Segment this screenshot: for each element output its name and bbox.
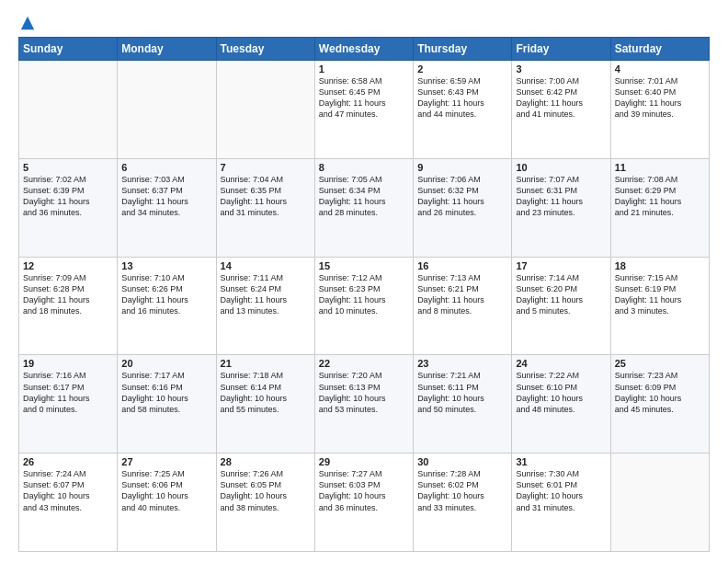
calendar-cell: 24Sunrise: 7:22 AM Sunset: 6:10 PM Dayli… <box>512 355 610 454</box>
day-number: 29 <box>319 456 409 467</box>
day-info: Sunrise: 7:20 AM Sunset: 6:13 PM Dayligh… <box>319 370 409 415</box>
calendar-cell: 17Sunrise: 7:14 AM Sunset: 6:20 PM Dayli… <box>512 257 610 355</box>
day-number: 15 <box>319 260 409 271</box>
day-number: 14 <box>221 260 311 271</box>
day-info: Sunrise: 7:01 AM Sunset: 6:40 PM Dayligh… <box>615 75 705 121</box>
calendar-cell: 3Sunrise: 7:00 AM Sunset: 6:42 PM Daylig… <box>512 61 610 159</box>
calendar-cell: 15Sunrise: 7:12 AM Sunset: 6:23 PM Dayli… <box>314 257 413 355</box>
calendar-week-2: 5Sunrise: 7:02 AM Sunset: 6:39 PM Daylig… <box>19 158 710 257</box>
day-number: 2 <box>417 63 507 75</box>
day-number: 6 <box>121 162 211 173</box>
day-info: Sunrise: 7:24 AM Sunset: 6:07 PM Dayligh… <box>23 468 113 513</box>
day-info: Sunrise: 7:04 AM Sunset: 6:35 PM Dayligh… <box>221 174 311 219</box>
day-number: 27 <box>121 456 211 467</box>
day-info: Sunrise: 7:22 AM Sunset: 6:10 PM Dayligh… <box>516 370 606 415</box>
calendar-cell: 25Sunrise: 7:23 AM Sunset: 6:09 PM Dayli… <box>610 355 709 454</box>
day-info: Sunrise: 7:25 AM Sunset: 6:06 PM Dayligh… <box>121 468 211 513</box>
header <box>18 15 710 28</box>
day-info: Sunrise: 7:07 AM Sunset: 6:31 PM Dayligh… <box>516 174 606 219</box>
calendar-header-friday: Friday <box>512 38 610 61</box>
calendar-header-row: SundayMondayTuesdayWednesdayThursdayFrid… <box>19 38 710 61</box>
day-number: 23 <box>417 358 507 369</box>
calendar-cell: 7Sunrise: 7:04 AM Sunset: 6:35 PM Daylig… <box>216 158 314 257</box>
day-info: Sunrise: 7:27 AM Sunset: 6:03 PM Dayligh… <box>319 468 409 513</box>
day-info: Sunrise: 7:17 AM Sunset: 6:16 PM Dayligh… <box>121 370 211 415</box>
calendar-cell: 28Sunrise: 7:26 AM Sunset: 6:05 PM Dayli… <box>216 454 314 552</box>
calendar-cell <box>216 61 314 159</box>
calendar-week-4: 19Sunrise: 7:16 AM Sunset: 6:17 PM Dayli… <box>19 355 710 454</box>
calendar-cell: 18Sunrise: 7:15 AM Sunset: 6:19 PM Dayli… <box>610 257 709 355</box>
page: SundayMondayTuesdayWednesdayThursdayFrid… <box>0 0 728 563</box>
day-info: Sunrise: 7:02 AM Sunset: 6:39 PM Dayligh… <box>23 174 113 219</box>
calendar-cell: 2Sunrise: 6:59 AM Sunset: 6:43 PM Daylig… <box>414 61 512 159</box>
day-info: Sunrise: 7:21 AM Sunset: 6:11 PM Dayligh… <box>417 370 507 415</box>
day-number: 28 <box>221 456 311 467</box>
calendar-cell: 8Sunrise: 7:05 AM Sunset: 6:34 PM Daylig… <box>314 158 413 257</box>
day-number: 7 <box>221 162 311 173</box>
logo <box>18 15 36 28</box>
day-number: 31 <box>516 456 606 467</box>
calendar-cell: 1Sunrise: 6:58 AM Sunset: 6:45 PM Daylig… <box>314 61 413 159</box>
day-number: 1 <box>319 63 409 75</box>
day-info: Sunrise: 6:58 AM Sunset: 6:45 PM Dayligh… <box>319 75 409 121</box>
calendar-cell: 26Sunrise: 7:24 AM Sunset: 6:07 PM Dayli… <box>19 454 118 552</box>
day-info: Sunrise: 7:28 AM Sunset: 6:02 PM Dayligh… <box>417 468 507 513</box>
day-number: 26 <box>23 456 113 467</box>
calendar-header-tuesday: Tuesday <box>216 38 314 61</box>
logo-text <box>18 15 36 33</box>
svg-marker-0 <box>21 17 34 29</box>
day-info: Sunrise: 7:14 AM Sunset: 6:20 PM Dayligh… <box>516 272 606 317</box>
calendar-cell <box>19 61 118 159</box>
day-info: Sunrise: 7:12 AM Sunset: 6:23 PM Dayligh… <box>319 272 409 317</box>
day-info: Sunrise: 7:16 AM Sunset: 6:17 PM Dayligh… <box>23 370 113 415</box>
calendar-cell: 12Sunrise: 7:09 AM Sunset: 6:28 PM Dayli… <box>19 257 118 355</box>
day-number: 5 <box>23 162 113 173</box>
day-number: 3 <box>516 63 606 75</box>
day-info: Sunrise: 7:11 AM Sunset: 6:24 PM Dayligh… <box>221 272 311 317</box>
day-number: 4 <box>615 63 705 75</box>
day-info: Sunrise: 7:26 AM Sunset: 6:05 PM Dayligh… <box>221 468 311 513</box>
day-number: 11 <box>615 162 705 173</box>
calendar-header-thursday: Thursday <box>414 38 512 61</box>
calendar-week-1: 1Sunrise: 6:58 AM Sunset: 6:45 PM Daylig… <box>19 61 710 159</box>
day-number: 13 <box>121 260 211 271</box>
day-number: 24 <box>516 358 606 369</box>
calendar-cell: 5Sunrise: 7:02 AM Sunset: 6:39 PM Daylig… <box>19 158 118 257</box>
day-info: Sunrise: 7:00 AM Sunset: 6:42 PM Dayligh… <box>516 75 606 121</box>
day-info: Sunrise: 6:59 AM Sunset: 6:43 PM Dayligh… <box>417 75 507 121</box>
day-info: Sunrise: 7:03 AM Sunset: 6:37 PM Dayligh… <box>121 174 211 219</box>
day-info: Sunrise: 7:06 AM Sunset: 6:32 PM Dayligh… <box>417 174 507 219</box>
calendar-cell: 30Sunrise: 7:28 AM Sunset: 6:02 PM Dayli… <box>414 454 512 552</box>
calendar-table: SundayMondayTuesdayWednesdayThursdayFrid… <box>18 37 710 552</box>
calendar-cell: 4Sunrise: 7:01 AM Sunset: 6:40 PM Daylig… <box>610 61 709 159</box>
day-number: 19 <box>23 358 113 369</box>
calendar-cell: 22Sunrise: 7:20 AM Sunset: 6:13 PM Dayli… <box>314 355 413 454</box>
day-number: 16 <box>417 260 507 271</box>
day-info: Sunrise: 7:05 AM Sunset: 6:34 PM Dayligh… <box>319 174 409 219</box>
calendar-cell: 27Sunrise: 7:25 AM Sunset: 6:06 PM Dayli… <box>118 454 216 552</box>
day-number: 25 <box>615 358 705 369</box>
calendar-cell: 6Sunrise: 7:03 AM Sunset: 6:37 PM Daylig… <box>118 158 216 257</box>
calendar-header-wednesday: Wednesday <box>314 38 413 61</box>
calendar-cell <box>118 61 216 159</box>
calendar-cell: 20Sunrise: 7:17 AM Sunset: 6:16 PM Dayli… <box>118 355 216 454</box>
day-number: 8 <box>319 162 409 173</box>
day-number: 22 <box>319 358 409 369</box>
day-info: Sunrise: 7:09 AM Sunset: 6:28 PM Dayligh… <box>23 272 113 317</box>
day-info: Sunrise: 7:10 AM Sunset: 6:26 PM Dayligh… <box>121 272 211 317</box>
day-info: Sunrise: 7:08 AM Sunset: 6:29 PM Dayligh… <box>615 174 705 219</box>
day-number: 10 <box>516 162 606 173</box>
day-number: 9 <box>417 162 507 173</box>
calendar-cell: 13Sunrise: 7:10 AM Sunset: 6:26 PM Dayli… <box>118 257 216 355</box>
calendar-header-sunday: Sunday <box>19 38 118 61</box>
logo-icon <box>19 15 36 31</box>
day-number: 12 <box>23 260 113 271</box>
day-info: Sunrise: 7:13 AM Sunset: 6:21 PM Dayligh… <box>417 272 507 317</box>
calendar-week-5: 26Sunrise: 7:24 AM Sunset: 6:07 PM Dayli… <box>19 454 710 552</box>
calendar-cell: 23Sunrise: 7:21 AM Sunset: 6:11 PM Dayli… <box>414 355 512 454</box>
day-number: 18 <box>615 260 705 271</box>
calendar-cell: 19Sunrise: 7:16 AM Sunset: 6:17 PM Dayli… <box>19 355 118 454</box>
calendar-header-monday: Monday <box>118 38 216 61</box>
calendar-cell: 11Sunrise: 7:08 AM Sunset: 6:29 PM Dayli… <box>610 158 709 257</box>
calendar-cell: 14Sunrise: 7:11 AM Sunset: 6:24 PM Dayli… <box>216 257 314 355</box>
